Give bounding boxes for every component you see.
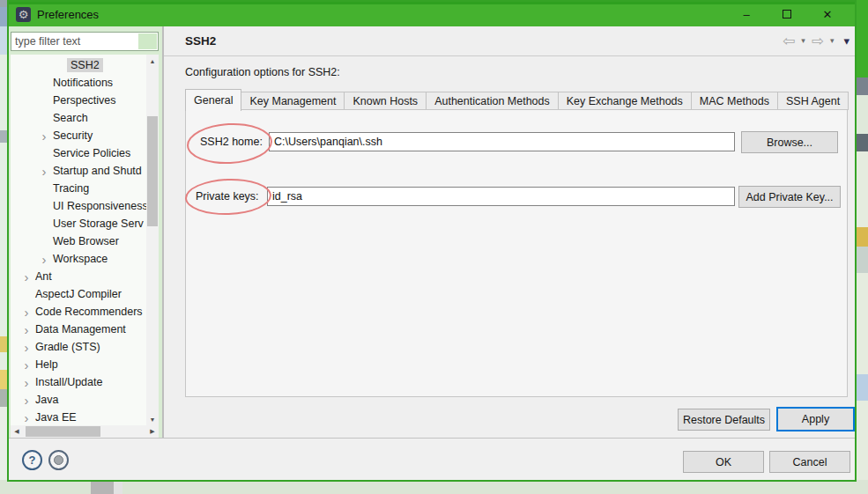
tree-item-tracing[interactable]: Tracing [11,180,146,197]
ok-button[interactable]: OK [683,451,764,473]
tab-mac-methods[interactable]: MAC Methods [692,92,778,110]
chevron-right-icon[interactable]: › [21,411,32,424]
private-keys-label: Private keys: [196,187,259,206]
tree-item-java-ee[interactable]: ›Java EE [11,409,146,425]
vertical-scroll-thumb[interactable] [147,116,158,226]
chevron-right-icon[interactable]: › [39,165,49,178]
tab-key-management[interactable]: Key Management [241,92,345,110]
tab-authentication-methods[interactable]: Authentication Methods [427,92,559,110]
tree-item-label: Web Browser [49,234,122,248]
main-panel: SSH2 ⇦ ▾ ⇨ ▾ ▾ Configuration options for… [164,26,855,438]
tree-item-ui-responsiveness[interactable]: UI Responsiveness [11,197,146,215]
tree-item-code-recommenders[interactable]: ›Code Recommenders [11,303,146,321]
chevron-right-icon[interactable]: › [21,306,32,319]
bg-fragment [857,0,868,77]
preferences-dialog: ⚙ Preferences – ✕ SSH2NotificationsPersp… [7,0,857,482]
filter-input[interactable] [11,33,138,50]
tree-item-workspace[interactable]: ›Workspace [11,250,146,268]
tree-item-label: Security [49,129,96,143]
screen: ⚙ Preferences – ✕ SSH2NotificationsPersp… [0,0,868,494]
tab-known-hosts[interactable]: Known Hosts [345,92,427,110]
tree-item-label: Perspectives [49,93,120,107]
tree-item-label: Help [32,358,62,372]
header-separator [164,55,855,56]
recorder-dot-icon [54,455,63,465]
tree-item-service-policies[interactable]: Service Policies [11,144,146,162]
bg-fragment [857,374,868,401]
tree-item-ssh2[interactable]: SSH2 [11,56,146,74]
chevron-right-icon[interactable]: › [21,341,32,354]
tree-horizontal-scrollbar[interactable]: ◀ ▶ [11,425,159,438]
tree-item-aspectj-compiler[interactable]: AspectJ Compiler [11,285,146,303]
forward-dropdown-icon[interactable]: ▾ [830,37,835,45]
background-bottom-strip [7,482,857,494]
scroll-down-icon[interactable]: ▼ [146,413,159,425]
page-title: SSH2 [185,34,216,48]
tree-item-install-update[interactable]: ›Install/Update [11,373,146,391]
restore-defaults-button[interactable]: Restore Defaults [678,409,770,431]
footer: ? OK Cancel [9,439,855,480]
tree-item-ant[interactable]: ›Ant [11,268,146,285]
background-left-strip [0,0,7,494]
apply-button[interactable]: Apply [776,407,855,431]
bg-fragment [114,482,122,494]
chevron-right-icon[interactable]: › [21,358,32,372]
scroll-up-icon[interactable]: ▲ [146,55,159,67]
back-arrow-icon[interactable]: ⇦ [783,33,795,48]
bg-fragment [0,55,7,130]
page-description: Configuration options for SSH2: [185,66,340,78]
preferences-gear-icon: ⚙ [16,7,31,22]
horizontal-scroll-thumb[interactable] [26,426,100,437]
forward-arrow-icon[interactable]: ⇨ [812,33,824,48]
tab-general[interactable]: General [185,89,241,111]
ssh2-home-input[interactable] [269,132,735,151]
private-keys-input[interactable] [267,187,735,206]
window-controls: – ✕ [726,2,848,26]
preferences-tree-rows: SSH2NotificationsPerspectivesSearch›Secu… [11,56,146,425]
scroll-right-icon[interactable]: ▶ [146,425,159,438]
browse-button[interactable]: Browse... [741,131,838,153]
chevron-right-icon[interactable]: › [21,376,32,389]
view-menu-icon[interactable]: ▾ [843,35,849,47]
chevron-right-icon[interactable]: › [21,323,32,336]
tree-item-label: Java [32,393,62,407]
minimize-button[interactable]: – [726,2,767,26]
tree-item-search[interactable]: Search [11,109,146,127]
tree-item-java[interactable]: ›Java [11,391,146,409]
sidebar: SSH2NotificationsPerspectivesSearch›Secu… [9,26,162,438]
titlebar[interactable]: ⚙ Preferences – ✕ [9,2,855,26]
preference-recorder-icon[interactable] [48,450,69,470]
tree-item-label: Search [49,111,92,125]
maximize-button[interactable] [767,2,807,26]
tab-content: SSH2 home: Browse... Private keys: Add P… [185,109,848,397]
tree-item-security[interactable]: ›Security [11,127,146,144]
back-dropdown-icon[interactable]: ▾ [801,37,805,45]
tree-item-perspectives[interactable]: Perspectives [11,92,146,109]
tree-vertical-scrollbar[interactable]: ▲ ▼ [146,55,159,425]
chevron-right-icon[interactable]: › [21,394,32,407]
bg-fragment [857,77,868,95]
tree-item-gradle-sts[interactable]: ›Gradle (STS) [11,338,146,356]
close-button[interactable]: ✕ [807,2,848,26]
tree-item-user-storage-serv[interactable]: User Storage Serv [11,215,146,232]
filter-box [11,32,159,51]
add-private-key-button[interactable]: Add Private Key... [738,186,841,208]
tree-item-web-browser[interactable]: Web Browser [11,232,146,250]
tree-item-notifications[interactable]: Notifications [11,74,146,92]
tab-key-exchange-methods[interactable]: Key Exchange Methods [559,92,692,110]
tab-ssh-agent[interactable]: SSH Agent [778,92,849,110]
tree-item-data-management[interactable]: ›Data Management [11,321,146,338]
bg-fragment [0,352,7,370]
chevron-right-icon[interactable]: › [21,270,32,284]
scroll-left-icon[interactable]: ◀ [11,425,23,438]
chevron-right-icon[interactable]: › [39,129,49,143]
bg-fragment [91,482,114,494]
help-icon[interactable]: ? [22,450,42,470]
chevron-right-icon[interactable]: › [39,253,49,266]
tree-item-startup-and-shutd[interactable]: ›Startup and Shutd [11,162,146,180]
tree-item-label: Install/Update [32,375,106,389]
cancel-button[interactable]: Cancel [769,451,850,473]
tree-item-help[interactable]: ›Help [11,356,146,373]
tree-item-label: SSH2 [67,58,103,72]
tree-item-label: UI Responsiveness [49,199,152,213]
